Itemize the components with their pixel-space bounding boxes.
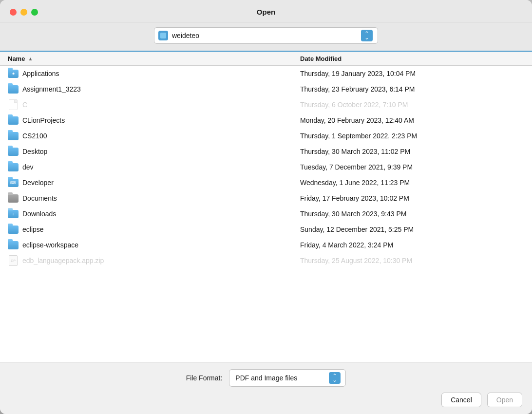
file-date-label: Tuesday, 7 December 2021, 9:39 PM bbox=[300, 163, 524, 171]
list-item[interactable]: dev Tuesday, 7 December 2021, 9:39 PM bbox=[0, 159, 532, 175]
format-value: PDF and Image files bbox=[235, 374, 325, 382]
file-name-label: Applications bbox=[22, 70, 59, 77]
folder-icon bbox=[8, 240, 19, 250]
cancel-button[interactable]: Cancel bbox=[441, 393, 481, 407]
file-list-container: Name ▲ Date Modified Applications Thursd… bbox=[0, 52, 532, 362]
open-button[interactable]: Open bbox=[487, 393, 522, 407]
location-chevron-button[interactable] bbox=[361, 30, 373, 41]
file-name-cell: Applications bbox=[8, 68, 300, 79]
file-name-label: Developer bbox=[22, 179, 54, 187]
list-item[interactable]: Assignment1_3223 Thursday, 23 February 2… bbox=[0, 81, 532, 97]
folder-icon bbox=[8, 162, 19, 172]
list-item[interactable]: ZIP edb_languagepack.app.zip Thursday, 2… bbox=[0, 253, 532, 268]
file-icon bbox=[8, 99, 19, 110]
file-date-label: Thursday, 6 October 2022, 7:10 PM bbox=[300, 101, 524, 109]
file-name-cell: Assignment1_3223 bbox=[8, 84, 300, 94]
minimize-button[interactable] bbox=[20, 9, 27, 16]
list-item[interactable]: C Thursday, 6 October 2022, 7:10 PM bbox=[0, 97, 532, 113]
close-button[interactable] bbox=[10, 9, 17, 16]
file-date-label: Thursday, 30 March 2023, 9:43 PM bbox=[300, 210, 524, 218]
file-name-cell: CS2100 bbox=[8, 131, 300, 141]
window-controls bbox=[10, 9, 38, 16]
list-item[interactable]: Applications Thursday, 19 January 2023, … bbox=[0, 66, 532, 81]
format-chevron-button[interactable] bbox=[329, 372, 341, 384]
chevron-updown-icon bbox=[364, 32, 369, 40]
file-name-label: dev bbox=[22, 163, 34, 171]
column-headers: Name ▲ Date Modified bbox=[0, 52, 532, 66]
name-column-label: Name bbox=[8, 55, 25, 62]
window-title: Open bbox=[257, 8, 275, 16]
file-name-label: CLionProjects bbox=[22, 116, 65, 124]
file-name-label: CS2100 bbox=[22, 132, 47, 140]
file-format-row: File Format: PDF and Image files bbox=[10, 369, 522, 387]
open-dialog: Open weideteo Name ▲ Date Modified bbox=[0, 0, 532, 414]
file-name-cell: ZIP edb_languagepack.app.zip bbox=[8, 255, 300, 266]
date-column-label: Date Modified bbox=[300, 55, 342, 62]
location-folder-icon bbox=[158, 31, 168, 40]
file-name-cell: Desktop bbox=[8, 146, 300, 157]
file-date-label: Friday, 17 February 2023, 10:02 PM bbox=[300, 194, 524, 202]
list-item[interactable]: Downloads Thursday, 30 March 2023, 9:43 … bbox=[0, 206, 532, 222]
file-date-label: Thursday, 25 August 2022, 10:30 PM bbox=[300, 257, 524, 264]
name-column-header[interactable]: Name ▲ bbox=[8, 55, 300, 62]
bottom-section: File Format: PDF and Image files Cancel … bbox=[0, 362, 532, 414]
folder_docs-icon bbox=[8, 193, 19, 204]
folder-icon bbox=[8, 146, 19, 157]
zip-icon: ZIP bbox=[8, 255, 19, 266]
file-name-label: Desktop bbox=[22, 148, 47, 155]
file-name-label: Downloads bbox=[22, 210, 56, 218]
file-name-label: Assignment1_3223 bbox=[22, 85, 81, 93]
list-item[interactable]: Documents Friday, 17 February 2023, 10:0… bbox=[0, 190, 532, 206]
format-selector[interactable]: PDF and Image files bbox=[229, 369, 346, 387]
folder-icon bbox=[8, 84, 19, 94]
maximize-button[interactable] bbox=[31, 9, 38, 16]
file-name-cell: Downloads bbox=[8, 208, 300, 219]
file-date-label: Thursday, 30 March 2023, 11:02 PM bbox=[300, 148, 524, 155]
file-name-cell: dev bbox=[8, 162, 300, 172]
list-item[interactable]: eclipse Sunday, 12 December 2021, 5:25 P… bbox=[0, 222, 532, 237]
location-bar: weideteo bbox=[0, 22, 532, 52]
file-name-label: Documents bbox=[22, 194, 57, 202]
title-bar: Open bbox=[0, 0, 532, 22]
file-rows[interactable]: Applications Thursday, 19 January 2023, … bbox=[0, 66, 532, 362]
file-date-label: Monday, 20 February 2023, 12:40 AM bbox=[300, 116, 524, 124]
folder-icon bbox=[8, 131, 19, 141]
file-name-cell: eclipse bbox=[8, 224, 300, 235]
list-item[interactable]: Desktop Thursday, 30 March 2023, 11:02 P… bbox=[0, 144, 532, 159]
location-selector[interactable]: weideteo bbox=[154, 27, 378, 44]
date-column-header[interactable]: Date Modified bbox=[300, 55, 524, 62]
file-name-cell: C bbox=[8, 99, 300, 110]
folder-icon bbox=[8, 224, 19, 235]
file-area: Name ▲ Date Modified Applications Thursd… bbox=[0, 52, 532, 362]
list-item[interactable]: eclipse-workspace Friday, 4 March 2022, … bbox=[0, 237, 532, 253]
folder_down-icon bbox=[8, 208, 19, 219]
file-date-label: Thursday, 1 September 2022, 2:23 PM bbox=[300, 132, 524, 140]
sort-arrow-icon: ▲ bbox=[28, 56, 33, 61]
list-item[interactable]: CS2100 Thursday, 1 September 2022, 2:23 … bbox=[0, 128, 532, 144]
file-name-cell: Developer bbox=[8, 177, 300, 188]
file-date-label: Wednesday, 1 June 2022, 11:23 PM bbox=[300, 179, 524, 187]
list-item[interactable]: Developer Wednesday, 1 June 2022, 11:23 … bbox=[0, 175, 532, 190]
file-date-label: Thursday, 19 January 2023, 10:04 PM bbox=[300, 70, 524, 77]
file-name-label: eclipse bbox=[22, 226, 44, 233]
file-name-label: eclipse-workspace bbox=[22, 241, 78, 249]
file-date-label: Sunday, 12 December 2021, 5:25 PM bbox=[300, 226, 524, 233]
action-buttons: Cancel Open bbox=[10, 393, 522, 407]
list-item[interactable]: CLionProjects Monday, 20 February 2023, … bbox=[0, 113, 532, 128]
folder-icon bbox=[8, 115, 19, 126]
file-date-label: Thursday, 23 February 2023, 6:14 PM bbox=[300, 85, 524, 93]
location-name: weideteo bbox=[172, 32, 357, 39]
format-chevron-updown-icon bbox=[332, 374, 337, 382]
format-label: File Format: bbox=[186, 374, 223, 382]
file-name-cell: eclipse-workspace bbox=[8, 240, 300, 250]
file-date-label: Friday, 4 March 2022, 3:24 PM bbox=[300, 241, 524, 249]
file-name-cell: Documents bbox=[8, 193, 300, 204]
file-name-label: edb_languagepack.app.zip bbox=[22, 257, 104, 264]
file-name-cell: CLionProjects bbox=[8, 115, 300, 126]
folder_star-icon bbox=[8, 68, 19, 79]
folder_dev-icon bbox=[8, 177, 19, 188]
file-name-label: C bbox=[22, 101, 27, 109]
